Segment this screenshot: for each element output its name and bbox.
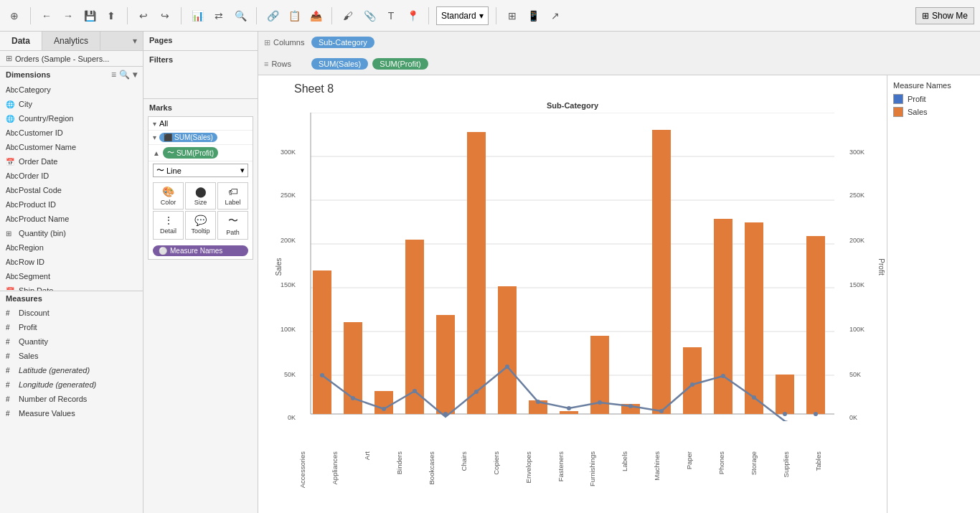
profit-dot-supplies (783, 412, 787, 416)
sum-sales-pill[interactable]: SUM(Sales) (311, 58, 368, 70)
publish-icon[interactable]: ⬆ (103, 7, 120, 24)
annotate-icon[interactable]: 📎 (361, 7, 378, 24)
pin-icon[interactable]: 📍 (404, 7, 421, 24)
field-latitude[interactable]: #Latitude (generated) (0, 363, 143, 377)
bar-icon: ⬛ (164, 133, 172, 141)
export-icon[interactable]: 📤 (307, 7, 324, 24)
connect-icon[interactable]: 🔗 (264, 7, 281, 24)
field-discount[interactable]: #Discount (0, 306, 143, 320)
fit-icon[interactable]: ⊞ (504, 7, 521, 24)
tab-data[interactable]: Data (0, 32, 42, 50)
field-customername[interactable]: AbcCustomer Name (0, 140, 143, 154)
sub-category-pill[interactable]: Sub-Category (311, 37, 374, 48)
field-city[interactable]: 🌐City (0, 97, 143, 111)
field-region[interactable]: AbcRegion (0, 240, 143, 255)
legend-item-profit[interactable]: Profit (893, 94, 974, 104)
field-profit[interactable]: #Profit (0, 320, 143, 334)
profit-dot-paper (690, 382, 694, 387)
field-sales[interactable]: #Sales (0, 349, 143, 363)
bar-bookcases[interactable] (436, 315, 455, 414)
profit-dot-bookcases (443, 412, 448, 416)
present-icon[interactable]: 📋 (286, 7, 303, 24)
rows-label: ≡ Rows (264, 60, 307, 68)
bar-machines[interactable] (652, 130, 671, 414)
mark-type-dropdown[interactable]: 〜 Line ▾ (153, 164, 248, 177)
field-country[interactable]: 🌐Country/Region (0, 111, 143, 126)
bar-tables[interactable] (806, 236, 825, 414)
field-orderdate[interactable]: 📅Order Date (0, 154, 143, 169)
share-icon[interactable]: ↗ (547, 7, 564, 24)
sort-icon[interactable]: ≡ (111, 70, 116, 80)
phone-icon[interactable]: 📱 (525, 7, 542, 24)
size-button[interactable]: ⬤ Size (185, 182, 216, 210)
bar-storage[interactable] (745, 222, 763, 414)
bar-supplies[interactable] (776, 375, 794, 414)
marks-sumsales-pill[interactable]: ⬛ SUM(Sales) (159, 133, 217, 142)
bar-copiers[interactable] (498, 286, 517, 414)
marks-sumsales-row[interactable]: ▾ ⬛ SUM(Sales) (149, 131, 253, 145)
bar-accessories[interactable] (313, 270, 331, 414)
toolbar: ⊕ ← → 💾 ⬆ ↩ ↪ 📊 ⇄ 🔍 🔗 📋 📤 🖌 📎 T 📍 Standa… (0, 0, 980, 32)
field-quantitybin[interactable]: ⊞Quantity (bin) (0, 226, 143, 240)
columns-icon: ⊞ (264, 38, 270, 47)
legend-item-sales[interactable]: Sales (893, 107, 974, 117)
expand-icon[interactable]: ▾ (133, 70, 137, 80)
profit-dot-furnishings (598, 400, 602, 405)
text-icon[interactable]: T (382, 7, 400, 24)
search-icon[interactable]: 🔍 (119, 70, 130, 80)
field-category[interactable]: AbcCategory (0, 83, 143, 97)
x-label-phones: Phones (717, 451, 750, 474)
field-quantity[interactable]: #Quantity (0, 334, 143, 349)
save-icon[interactable]: 💾 (81, 7, 98, 24)
bar-phones[interactable] (714, 219, 732, 414)
label-button[interactable]: 🏷 Label (217, 182, 248, 210)
back-icon[interactable]: ← (38, 7, 55, 24)
chart-container: Sheet 8 Sub-Category 0K 50K 100K 150K 20… (265, 83, 880, 506)
tooltip-button[interactable]: 💬 Tooltip (185, 211, 216, 240)
field-productname[interactable]: AbcProduct Name (0, 212, 143, 226)
color-button[interactable]: 🎨 Color (153, 182, 184, 210)
field-orderid[interactable]: AbcOrder ID (0, 169, 143, 183)
dropdown-chevron: ▾ (240, 166, 245, 175)
data-source[interactable]: ⊞ Orders (Sample - Supers... (0, 51, 143, 67)
bar-chart-icon[interactable]: 📊 (189, 7, 206, 24)
field-customerid[interactable]: AbcCustomer ID (0, 126, 143, 140)
bar-paper[interactable] (683, 347, 702, 414)
field-segment[interactable]: AbcSegment (0, 269, 143, 283)
measure-names-label: Measure Names (170, 247, 222, 255)
bar-binders[interactable] (405, 240, 424, 414)
marks-sumprofit-row[interactable]: ▲ 〜 SUM(Profit) (149, 145, 253, 161)
marks-sumprofit-pill[interactable]: 〜 SUM(Profit) (163, 147, 218, 159)
x-label-appliances: Appliances (331, 451, 363, 484)
measure-names-pill[interactable]: ⚪ Measure Names (153, 245, 248, 256)
swap-icon[interactable]: ⇄ (210, 7, 227, 24)
sum-profit-pill[interactable]: SUM(Profit) (372, 58, 428, 70)
bar-fasteners[interactable] (560, 411, 578, 414)
detail-button[interactable]: ⋮ Detail (153, 211, 184, 240)
standard-dropdown[interactable]: Standard ▾ (436, 6, 489, 25)
field-numrecords[interactable]: #Number of Records (0, 392, 143, 406)
bar-chairs[interactable] (467, 132, 486, 414)
highlight-icon[interactable]: 🔍 (232, 7, 249, 24)
paint-icon[interactable]: 🖌 (339, 7, 357, 24)
field-longitude[interactable]: #Longitude (generated) (0, 377, 143, 392)
marks-buttons: 🎨 Color ⬤ Size 🏷 Label ⋮ Detail (149, 179, 253, 243)
path-button[interactable]: 〜 Path (217, 211, 248, 240)
tab-arrow[interactable]: ▾ (127, 32, 143, 50)
new-icon[interactable]: ⊕ (6, 7, 23, 24)
field-measurevalues[interactable]: #Measure Values (0, 406, 143, 420)
datasource-label: Orders (Sample - Supers... (15, 55, 109, 63)
field-postalcode[interactable]: AbcPostal Code (0, 183, 143, 197)
tab-analytics[interactable]: Analytics (42, 32, 100, 50)
legend-label-sales: Sales (908, 108, 928, 116)
marks-all-row[interactable]: ▾ All (149, 117, 253, 131)
show-me-button[interactable]: ⊞ Show Me (915, 7, 974, 24)
x-label-tables: Tables (814, 451, 847, 471)
redo-icon[interactable]: ↪ (156, 7, 174, 24)
field-shipdate[interactable]: 📅Ship Date (0, 283, 143, 291)
field-rowid[interactable]: AbcRow ID (0, 255, 143, 269)
field-productid[interactable]: AbcProduct ID (0, 197, 143, 212)
datasource-icon: ⊞ (6, 54, 12, 63)
undo-icon[interactable]: ↩ (135, 7, 152, 24)
forward-icon[interactable]: → (60, 7, 77, 24)
